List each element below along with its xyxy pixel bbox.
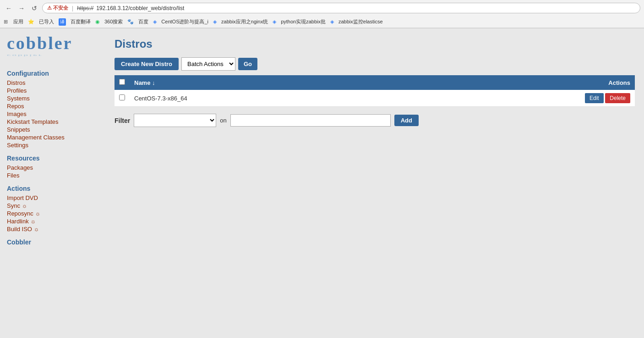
logo-reflection: cobbler [7,54,105,57]
filter-add-button[interactable]: Add [394,115,419,126]
edit-button[interactable]: Edit [585,93,604,103]
sidebar-item-systems[interactable]: Systems [7,94,105,102]
forward-button[interactable]: → [16,3,27,13]
bookmark-icon-1: ⭐ [28,19,34,25]
logo-text: cobbler [7,33,105,53]
sidebar-section-resources: Resources [7,155,105,162]
address-bar[interactable]: 不安全 | https:// 192.168.3.12/cobbler_web/… [42,3,640,13]
back-button[interactable]: ← [4,3,14,13]
distros-table: Name ↓ Actions CentOS-7.3-x86_64 Edit De… [115,75,635,107]
bookmark-centos[interactable]: CentOS进阶与提高_i [158,17,211,26]
create-new-distro-button[interactable]: Create New Distro [115,58,179,70]
filter-row: Filter name kernel initrd kopts ksmeta b… [115,114,635,127]
bookmarks-bar: ⊞ 应用 ⭐ 已导入 译 百度翻译 ◉ 360搜索 🐾 百度 ◈ CentOS进… [0,16,644,28]
sidebar-logo: cobbler cobbler [7,33,105,61]
sidebar-item-profiles[interactable]: Profiles [7,87,105,94]
row-checkbox-cell [115,90,130,107]
filter-input[interactable] [230,114,391,127]
bookmark-baidu[interactable]: 百度 [136,17,151,26]
apps-icon: ⊞ [4,19,8,25]
bookmark-zabbix-nginx[interactable]: zabbix应用之nginx统 [218,17,271,26]
bookmark-python-zabbix[interactable]: python实现zabbix批 [278,17,328,26]
url-prefix: https:// [77,5,93,11]
baidu-icon: 🐾 [127,19,134,25]
python-zabbix-icon: ◈ [273,19,276,25]
zabbix-nginx-icon: ◈ [213,19,217,25]
bookmark-360[interactable]: 360搜索 [102,17,126,26]
main-content: Distros Create New Distro Batch Actions … [105,28,644,252]
sidebar-item-repos[interactable]: Repos [7,102,105,110]
toolbar: Create New Distro Batch Actions Delete G… [115,57,635,71]
centos-icon: ◈ [153,19,157,25]
bookmark-zabbix-elastic[interactable]: zabbix监控elasticse [336,17,386,26]
delete-button[interactable]: Delete [605,93,630,103]
sidebar-item-snippets[interactable]: Snippets [7,126,105,133]
sidebar-item-build-iso[interactable]: Build ISO ☼ [7,225,105,233]
sidebar-section-configuration: Configuration [7,70,105,77]
sidebar-item-reposync[interactable]: Reposync ☼ [7,210,105,217]
sidebar-item-packages[interactable]: Packages [7,164,105,172]
select-all-header [115,75,130,90]
row-checkbox[interactable] [119,94,125,100]
translate-icon: 译 [59,18,66,26]
sidebar-section-cobbler: Cobbler [7,238,105,246]
table-header-row: Name ↓ Actions [115,75,635,90]
sidebar: cobbler cobbler Configuration Distros Pr… [0,28,105,252]
reload-button[interactable]: ↺ [29,3,39,13]
bookmark-imported[interactable]: 已导入 [36,17,57,26]
sidebar-item-management-classes[interactable]: Management Classes [7,133,105,141]
filter-select[interactable]: name kernel initrd kopts ksmeta breed os… [134,114,216,127]
zabbix-elastic-icon: ◈ [330,19,334,25]
browser-chrome: ← → ↺ 不安全 | https:// 192.168.3.12/cobble… [0,0,644,28]
distro-name-cell: CentOS-7.3-x86_64 [130,90,399,107]
filter-label: Filter [115,117,130,124]
sidebar-item-settings[interactable]: Settings [7,141,105,149]
sidebar-item-sync[interactable]: Sync ☼ [7,202,105,210]
sidebar-item-import-dvd[interactable]: Import DVD [7,194,105,202]
filter-on-label: on [220,117,226,124]
name-column-header[interactable]: Name ↓ [130,75,399,90]
page-title: Distros [115,38,635,50]
batch-actions-select[interactable]: Batch Actions Delete [181,57,235,71]
sidebar-item-kickstart[interactable]: Kickstart Templates [7,118,105,126]
sidebar-item-files[interactable]: Files [7,172,105,179]
360-icon: ◉ [95,19,100,25]
actions-column-header: Actions [399,75,635,90]
url-main: 192.168.3.12/cobbler_web/distro/list [96,5,184,11]
security-warning: 不安全 [47,5,68,11]
separator: | [72,5,73,11]
bookmark-translate[interactable]: 百度翻译 [68,17,93,26]
browser-nav-bar: ← → ↺ 不安全 | https:// 192.168.3.12/cobble… [0,0,644,16]
bookmark-apps[interactable]: 应用 [11,17,26,26]
sidebar-item-distros[interactable]: Distros [7,79,105,87]
sidebar-section-actions: Actions [7,185,105,192]
sidebar-item-images[interactable]: Images [7,110,105,118]
app-layout: cobbler cobbler Configuration Distros Pr… [0,28,644,252]
select-all-checkbox[interactable] [119,79,125,85]
row-actions-cell: Edit Delete [399,90,635,107]
go-button[interactable]: Go [238,58,257,70]
table-row: CentOS-7.3-x86_64 Edit Delete [115,90,635,107]
sidebar-item-hardlink[interactable]: Hardlink ☼ [7,217,105,225]
